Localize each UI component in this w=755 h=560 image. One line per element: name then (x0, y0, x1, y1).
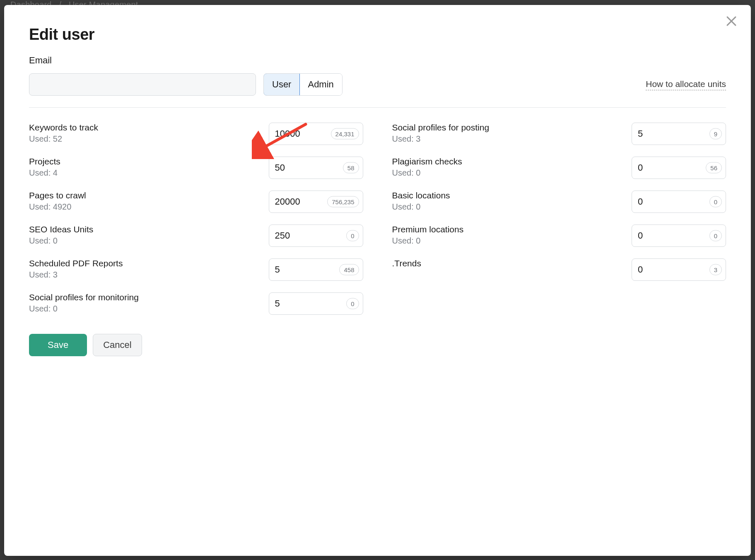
edit-user-modal: Edit user Email User Admin How to alloca… (4, 5, 751, 556)
limit-available-badge: 458 (339, 264, 359, 275)
limit-name: SEO Ideas Units (29, 224, 261, 234)
limits-grid: Keywords to trackUsed: 5224,331ProjectsU… (29, 123, 726, 315)
limit-name: .Trends (392, 258, 624, 268)
limit-available-badge: 756,235 (327, 196, 359, 208)
email-label: Email (29, 55, 726, 66)
limit-used: Used: 4920 (29, 202, 261, 212)
limit-row-pages: Pages to crawlUsed: 4920756,235 (29, 191, 363, 213)
limit-used: Used: 0 (29, 236, 261, 246)
limit-name: Projects (29, 157, 261, 167)
limit-used: Used: 0 (392, 236, 624, 246)
limit-available-badge: 58 (343, 162, 359, 174)
role-admin-segment[interactable]: Admin (299, 74, 342, 95)
limit-row-soc_post: Social profiles for postingUsed: 39 (392, 123, 726, 145)
limit-row-seo: SEO Ideas UnitsUsed: 00 (29, 224, 363, 247)
limit-available-badge: 9 (709, 128, 722, 140)
limit-name: Keywords to track (29, 123, 261, 133)
limit-used: Used: 4 (29, 168, 261, 178)
limit-row-plag: Plagiarism checksUsed: 056 (392, 157, 726, 179)
limit-used: Used: 52 (29, 134, 261, 144)
limit-name: Scheduled PDF Reports (29, 258, 261, 268)
limit-row-pdf: Scheduled PDF ReportsUsed: 3458 (29, 258, 363, 281)
limit-row-trends: .Trends3 (392, 258, 726, 281)
divider (29, 107, 726, 108)
limit-name: Basic locations (392, 191, 624, 200)
role-toggle: User Admin (263, 73, 343, 96)
limit-available-badge: 3 (709, 264, 722, 275)
modal-title: Edit user (29, 26, 726, 43)
limit-available-badge: 0 (346, 298, 359, 309)
limit-available-badge: 56 (706, 162, 722, 174)
limit-used: Used: 3 (392, 134, 624, 144)
limit-available-badge: 0 (346, 230, 359, 241)
limit-used: Used: 0 (29, 304, 261, 314)
limit-used: Used: 0 (392, 202, 624, 212)
save-button[interactable]: Save (29, 334, 87, 356)
limit-name: Plagiarism checks (392, 157, 624, 167)
limit-used: Used: 3 (29, 270, 261, 280)
limit-row-projects: ProjectsUsed: 458 (29, 157, 363, 179)
limit-row-prem_loc: Premium locationsUsed: 00 (392, 224, 726, 247)
limit-name: Social profiles for monitoring (29, 292, 261, 302)
limit-available-badge: 24,331 (331, 128, 359, 140)
cancel-button[interactable]: Cancel (93, 334, 142, 356)
limit-row-basic_loc: Basic locationsUsed: 00 (392, 191, 726, 213)
limit-available-badge: 0 (709, 196, 722, 208)
email-input[interactable] (29, 73, 256, 96)
limit-name: Social profiles for posting (392, 123, 624, 133)
limit-name: Premium locations (392, 224, 624, 234)
role-user-segment[interactable]: User (263, 73, 300, 96)
limit-row-soc_mon: Social profiles for monitoringUsed: 00 (29, 292, 363, 315)
close-icon[interactable] (724, 14, 738, 28)
limit-name: Pages to crawl (29, 191, 261, 200)
limit-used: Used: 0 (392, 168, 624, 178)
limit-available-badge: 0 (709, 230, 722, 241)
allocate-units-link[interactable]: How to allocate units (646, 79, 726, 90)
limit-row-keywords: Keywords to trackUsed: 5224,331 (29, 123, 363, 145)
